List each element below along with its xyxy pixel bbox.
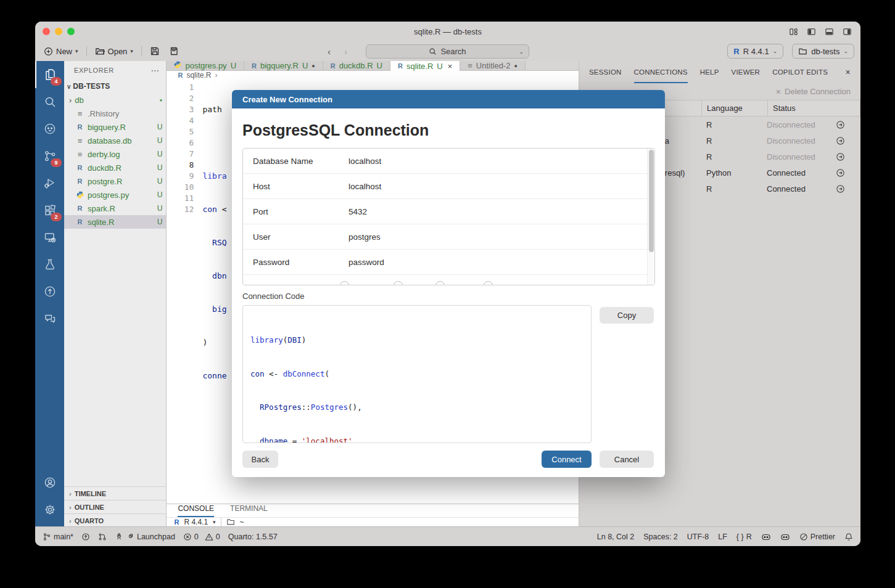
radio-button[interactable]: [394, 281, 403, 285]
form-scrollbar[interactable]: [647, 149, 654, 285]
sessions-button[interactable]: [98, 533, 107, 541]
form-row-password[interactable]: Password password: [243, 250, 654, 275]
sidebar-item-source-control[interactable]: 9: [35, 142, 64, 169]
quarto-indicator[interactable]: Quarto: 1.5.57: [228, 533, 278, 541]
copilot-icon[interactable]: [780, 533, 790, 541]
open-connection-icon[interactable]: [832, 152, 849, 161]
file-item-sqlite-r[interactable]: R sqlite.R U: [64, 215, 166, 229]
workspace-root-row[interactable]: ∨ DB-TESTS: [64, 80, 166, 93]
radio-button[interactable]: [340, 281, 349, 285]
sidebar-item-run-debug[interactable]: [35, 169, 64, 197]
indentation-indicator[interactable]: Spaces: 2: [643, 533, 678, 541]
toggle-left-panel-icon[interactable]: [807, 27, 816, 36]
tab-viewer[interactable]: VIEWER: [732, 61, 761, 83]
file-item-postgres-py[interactable]: postgres.py U: [64, 188, 166, 202]
tab-postgres-py[interactable]: postgres.py U: [167, 61, 244, 70]
password-field[interactable]: password: [349, 258, 384, 267]
connect-button[interactable]: Connect: [542, 451, 592, 468]
sidebar-item-remote-explorer[interactable]: [35, 224, 64, 251]
search-input[interactable]: Search ⌄: [366, 44, 529, 59]
tab-session[interactable]: SESSION: [589, 61, 622, 83]
toggle-bottom-panel-icon[interactable]: [825, 27, 834, 36]
copilot-icon[interactable]: [761, 533, 771, 541]
sidebar-item-extensions[interactable]: 2: [35, 197, 64, 224]
cursor-position[interactable]: Ln 8, Col 2: [597, 533, 634, 541]
save-all-button[interactable]: [166, 46, 181, 56]
close-tab-icon[interactable]: ×: [448, 62, 453, 71]
field-label: Password: [253, 258, 349, 267]
tab-copilot-edits[interactable]: COPILOT EDITS: [772, 61, 828, 83]
cancel-button[interactable]: Cancel: [600, 451, 654, 468]
host-field[interactable]: localhost: [349, 182, 381, 191]
console-interpreter[interactable]: R 4.4.1: [184, 518, 208, 526]
ellipsis-icon[interactable]: ⋯: [151, 65, 160, 75]
delete-connection-button[interactable]: Delete Connection: [785, 87, 851, 96]
open-connection-icon[interactable]: [832, 168, 849, 178]
tab-duckdb-r[interactable]: R duckdb.R U: [323, 61, 390, 70]
interpreter-selector[interactable]: R R 4.4.1 ⌄: [727, 44, 783, 59]
open-connection-icon[interactable]: [832, 120, 849, 129]
file-item-database-db[interactable]: ≡ database.db U: [64, 134, 166, 147]
tab-terminal[interactable]: TERMINAL: [230, 504, 268, 517]
section-quarto[interactable]: › QUARTO: [64, 513, 166, 527]
copy-button[interactable]: Copy: [600, 307, 654, 324]
back-button[interactable]: ‹: [328, 46, 331, 57]
sidebar-item-search[interactable]: [35, 88, 64, 115]
folder-item-db[interactable]: › db ●: [64, 93, 166, 107]
form-row-port[interactable]: Port 5432: [243, 199, 654, 224]
file-item-duckdb-r[interactable]: R duckdb.R U: [64, 161, 166, 174]
sidebar-item-testing[interactable]: [35, 251, 64, 278]
file-item-bigquery-r[interactable]: R bigquery.R U: [64, 120, 166, 134]
language-mode[interactable]: { } R: [736, 533, 752, 541]
close-panel-icon[interactable]: ×: [846, 67, 851, 77]
tab-console[interactable]: CONSOLE: [178, 504, 214, 517]
account-button[interactable]: [35, 469, 64, 496]
user-field[interactable]: postgres: [349, 232, 381, 242]
sidebar-item-comments[interactable]: [35, 305, 64, 332]
dialog-titlebar[interactable]: Create New Connection: [232, 90, 665, 108]
open-connection-icon[interactable]: [832, 184, 849, 194]
tab-connections[interactable]: CONNECTIONS: [634, 61, 688, 83]
sidebar-item-explorer[interactable]: 4: [35, 61, 64, 88]
problems-indicator[interactable]: 0 0: [183, 533, 220, 541]
database-name-field[interactable]: localhost: [349, 157, 381, 166]
workspace-selector[interactable]: db-tests ⌄: [792, 44, 854, 59]
radio-button[interactable]: [484, 281, 493, 285]
customize-layout-icon[interactable]: [789, 27, 798, 36]
forward-button[interactable]: ›: [344, 46, 347, 57]
file-item-rhistory[interactable]: ≡ .Rhistory: [64, 107, 166, 120]
open-connection-icon[interactable]: [832, 136, 849, 145]
file-item-postgre-r[interactable]: R postgre.R U: [64, 174, 166, 188]
form-row-host[interactable]: Host localhost: [243, 174, 654, 199]
toggle-right-panel-icon[interactable]: [843, 27, 852, 36]
sync-button[interactable]: [81, 533, 90, 541]
tab-help[interactable]: HELP: [700, 61, 719, 83]
eol-indicator[interactable]: LF: [718, 533, 727, 541]
section-outline[interactable]: › OUTLINE: [64, 500, 166, 513]
file-item-derby-log[interactable]: ≡ derby.log U: [64, 147, 166, 161]
launchpad-button[interactable]: Launchpad: [115, 533, 175, 541]
prettier-indicator[interactable]: Prettier: [799, 533, 835, 541]
scrollbar-thumb[interactable]: [649, 150, 654, 252]
tab-untitled-2[interactable]: ≡ Untitled-2 ●: [460, 61, 526, 70]
sidebar-item-github[interactable]: [35, 115, 64, 142]
tab-sqlite-r[interactable]: R sqlite.R U ×: [390, 61, 460, 71]
radio-button[interactable]: [435, 281, 445, 285]
bell-icon[interactable]: [844, 533, 853, 541]
encoding-indicator[interactable]: UTF-8: [687, 533, 709, 541]
tab-bigquery-r[interactable]: R bigquery.R U ●: [244, 61, 323, 70]
settings-button[interactable]: [35, 496, 64, 523]
breadcrumb[interactable]: R sqlite.R ›: [167, 71, 579, 80]
port-field[interactable]: 5432: [349, 207, 367, 216]
file-item-spark-r[interactable]: R spark.R U: [64, 202, 166, 215]
save-button[interactable]: [147, 46, 162, 56]
section-timeline[interactable]: › TIMELINE: [64, 486, 166, 500]
sidebar-item-publish[interactable]: [35, 278, 64, 305]
back-button[interactable]: Back: [242, 451, 278, 468]
new-button[interactable]: New ▾: [41, 47, 81, 56]
open-button[interactable]: Open ▾: [93, 46, 136, 56]
form-row-database-name[interactable]: Database Name localhost: [243, 149, 654, 174]
form-row-user[interactable]: User postgres: [243, 224, 654, 250]
branch-indicator[interactable]: main*: [43, 533, 73, 541]
rocket-icon: [115, 533, 123, 541]
